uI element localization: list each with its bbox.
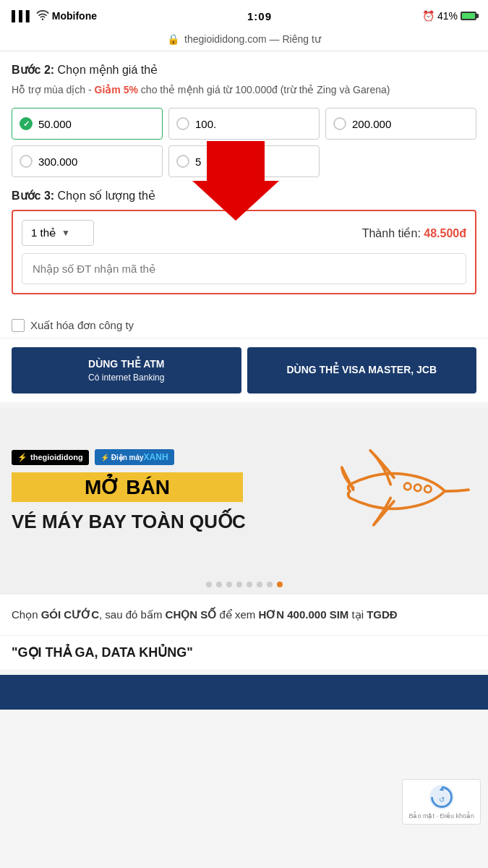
dmx-name: Điện máyXANH [111,452,168,462]
tgdd-icon: ⚡ [17,453,27,462]
arrow-container: 1 thẻ ▼ Thành tiền: 48.500đ [12,210,476,294]
total-amount: 48.500đ [424,227,466,239]
ve-may-bay-text: VÉ MÁY BAY TOÀN QUỐC [12,511,332,533]
battery-area: ⏰ 41% [422,10,476,22]
banner-section: ⚡ thegioididong ⚡ Điện máyXANH MỞ BÁN VÉ… [0,408,488,574]
dot-2[interactable] [216,582,222,587]
denom-50000[interactable]: 50.000 [12,108,163,140]
dot-7[interactable] [267,582,273,587]
denom-500000-label: 5 [195,156,201,168]
promo-goi-cuoc: GÓI CƯỚC [41,608,99,621]
airplane-illustration [332,437,476,545]
svg-point-2 [404,483,411,490]
url-domain: thegioididong.com [184,33,267,45]
quantity-row: 1 thẻ ▼ Thành tiền: 48.500đ [22,220,466,246]
carousel-dots [0,574,488,595]
svg-text:↺: ↺ [439,796,445,804]
invoice-row: Xuất hóa đơn công ty [0,313,488,338]
banner-inner: ⚡ thegioididong ⚡ Điện máyXANH MỞ BÁN VÉ… [12,437,476,545]
alarm-icon: ⏰ [422,10,435,22]
recaptcha-icon: ↺ [429,784,455,810]
svg-point-3 [424,486,431,493]
security-badge[interactable]: ↺ Bảo mật · Điều khoản [402,779,481,825]
tgdd-logo: ⚡ thegioididong [12,450,89,465]
step2-label-suffix: Chọn mệnh giá thẻ [58,64,158,76]
security-label: Bảo mật · Điều khoản [408,812,474,820]
url-bar[interactable]: 🔒 thegioididong.com — Riêng tư [0,29,488,51]
wifi-icon [36,10,49,22]
denom-100000-label: 100. [195,118,216,130]
url-privacy: — Riêng tư [270,33,321,45]
denomination-row2: 300.000 5 [12,145,476,177]
promo-suf: để xem [216,608,258,621]
carrier-name: Mobifone [52,10,97,22]
invoice-label: Xuất hóa đơn công ty [30,319,134,332]
radio-300000 [20,155,33,168]
dmx-logo: ⚡ Điện máyXANH [95,449,174,465]
denom-100000[interactable]: 100. [168,108,320,140]
radio-200000 [333,117,346,130]
atm-button[interactable]: DÙNG THẺ ATM Có internet Banking [12,347,241,393]
bottom-promo: Chọn GÓI CƯỚC, sau đó bấm CHỌN SỐ để xem… [0,595,488,635]
visa-button-label: DÙNG THẺ VISA MASTER, JCB [286,364,437,375]
promo-text: Hỗ trợ mùa dịch - Giảm 5% cho thẻ mệnh g… [12,82,476,98]
step3-label-suffix: Chọn số lượng thẻ [58,190,155,202]
step2-title: Bước 2: Chọn mệnh giá thẻ [12,63,476,77]
dot-3[interactable] [226,582,232,587]
lock-icon: 🔒 [167,33,179,45]
signal-bars: ▌▌▌ [12,10,33,22]
chevron-down-icon: ▼ [61,228,70,238]
battery-percent: 41% [437,10,458,22]
denom-50000-label: 50.000 [38,118,72,130]
phone-input[interactable] [22,253,466,284]
tgdd-name: thegioididong [30,453,83,461]
promo-brand: TGDĐ [367,608,398,621]
carrier-signal: ▌▌▌ Mobifone [12,10,97,22]
svg-point-1 [414,485,421,491]
promo-suffix: cho thẻ mệnh giá từ 100.000đ (trừ thẻ Zi… [138,84,390,95]
dot-4[interactable] [236,582,242,587]
status-bar: ▌▌▌ Mobifone 1:09 ⏰ 41% [0,0,488,29]
invoice-checkbox[interactable] [12,319,25,332]
banner-text-area: ⚡ thegioididong ⚡ Điện máyXANH MỞ BÁN VÉ… [12,449,332,533]
promo-chon-so: CHỌN SỐ [166,608,217,621]
promo-mid: , sau đó bấm [99,608,166,621]
main-content: Bước 2: Chọn mệnh giá thẻ Hỗ trợ mùa dịc… [0,51,488,313]
denomination-grid: 50.000 100. 200.000 [12,108,476,140]
mo-ban-text: MỞ BÁN [12,472,243,502]
dmx-icon: ⚡ [100,454,109,461]
denom-500000[interactable]: 5 [168,145,320,177]
denom-200000-label: 200.000 [352,118,391,130]
step2-label: Bước 2: [12,64,54,76]
bottom-nav-bar [0,675,488,710]
radio-100000 [176,117,189,130]
step3-title: Bước 3: Chọn số lượng thẻ [12,189,476,203]
promo-end: tại [348,608,367,621]
promo-line1-pre: Chọn [12,608,41,621]
denom-300000[interactable]: 300.000 [12,145,163,177]
dot-5[interactable] [247,582,252,587]
dot-8-active[interactable] [277,582,283,587]
dot-1[interactable] [206,582,212,587]
quantity-dropdown[interactable]: 1 thẻ ▼ [22,220,94,246]
dot-6[interactable] [257,582,262,587]
promo-highlight: Giảm 5% [95,84,138,95]
promo-sim-count: HƠN 400.000 SIM [258,608,348,621]
visa-button[interactable]: DÙNG THẺ VISA MASTER, JCB [247,347,477,393]
denom-300000-label: 300.000 [38,156,77,168]
highlight-box: 1 thẻ ▼ Thành tiền: 48.500đ [12,210,476,294]
step3-label: Bước 3: [12,190,54,202]
total-label-text: Thành tiền: [362,227,421,239]
atm-button-label: DÙNG THẺ ATM [19,357,234,372]
denom-200000[interactable]: 200.000 [325,108,476,140]
payment-buttons: DÙNG THẺ ATM Có internet Banking DÙNG TH… [0,338,488,402]
atm-button-sub: Có internet Banking [19,372,234,384]
radio-500000 [176,155,189,168]
quote-text: "GỌI THẢ GA, DATA KHỦNG" [0,635,488,669]
quantity-value: 1 thẻ [31,226,56,239]
banner-logos: ⚡ thegioididong ⚡ Điện máyXANH [12,449,332,465]
promo-pre: Hỗ trợ mùa dịch - [12,84,95,95]
total-label: Thành tiền: 48.500đ [362,226,466,240]
time-display: 1:09 [247,10,272,22]
radio-50000 [20,117,33,130]
